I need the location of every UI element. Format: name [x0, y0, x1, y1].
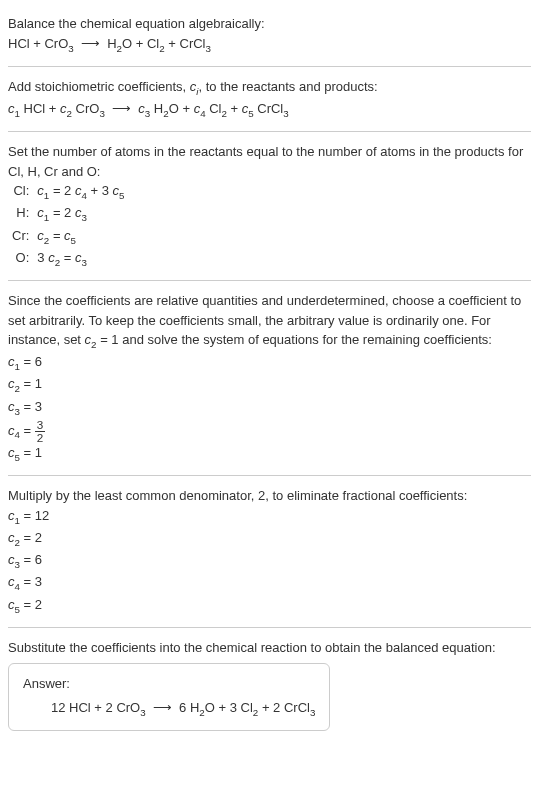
element-equation: c1 = 2 c4 + 3 c5 [33, 181, 128, 203]
section-atoms: Set the number of atoms in the reactants… [8, 136, 531, 276]
element-label: Cr: [8, 226, 33, 248]
table-row: Cr: c2 = c5 [8, 226, 129, 248]
divider [8, 280, 531, 281]
atom-equations-table: Cl: c1 = 2 c4 + 3 c5 H: c1 = 2 c3 Cr: c2… [8, 181, 129, 270]
coeff-line: c3 = 6 [8, 550, 531, 572]
element-label: O: [8, 248, 33, 270]
section-solve1: Since the coefficients are relative quan… [8, 285, 531, 471]
divider [8, 66, 531, 67]
divider [8, 131, 531, 132]
coefficients-final: c1 = 12 c2 = 2 c3 = 6 c4 = 3 c5 = 2 [8, 506, 531, 617]
substitute-text: Substitute the coefficients into the che… [8, 638, 531, 658]
answer-label: Answer: [23, 674, 315, 694]
divider [8, 475, 531, 476]
coeff-line: c3 = 3 [8, 397, 531, 419]
ci-var: ci [190, 79, 199, 94]
element-label: H: [8, 203, 33, 225]
coeff-line: c5 = 1 [8, 443, 531, 465]
divider [8, 627, 531, 628]
balanced-equation: 12 HCl + 2 CrO3 ⟶ 6 H2O + 3 Cl2 + 2 CrCl… [23, 698, 315, 720]
element-equation: c1 = 2 c3 [33, 203, 128, 225]
coeff-line: c1 = 12 [8, 506, 531, 528]
stoich-equation: c1 HCl + c2 CrO3 ⟶ c3 H2O + c4 Cl2 + c5 … [8, 99, 531, 121]
element-equation: 3 c2 = c3 [33, 248, 128, 270]
element-equation: c2 = c5 [33, 226, 128, 248]
section-stoich: Add stoichiometric coefficients, ci, to … [8, 71, 531, 127]
section-substitute: Substitute the coefficients into the che… [8, 632, 531, 737]
problem-text: Balance the chemical equation algebraica… [8, 14, 531, 34]
section-problem: Balance the chemical equation algebraica… [8, 8, 531, 62]
element-label: Cl: [8, 181, 33, 203]
coeff-line: c1 = 6 [8, 352, 531, 374]
coeff-line: c4 = 32 [8, 419, 531, 443]
table-row: Cl: c1 = 2 c4 + 3 c5 [8, 181, 129, 203]
coeff-line: c5 = 2 [8, 595, 531, 617]
coeff-line: c2 = 1 [8, 374, 531, 396]
lcm-text: Multiply by the least common denominator… [8, 486, 531, 506]
solve1-text: Since the coefficients are relative quan… [8, 291, 531, 352]
section-lcm: Multiply by the least common denominator… [8, 480, 531, 622]
answer-box: Answer: 12 HCl + 2 CrO3 ⟶ 6 H2O + 3 Cl2 … [8, 663, 330, 731]
table-row: O: 3 c2 = c3 [8, 248, 129, 270]
coeff-line: c2 = 2 [8, 528, 531, 550]
table-row: H: c1 = 2 c3 [8, 203, 129, 225]
coeff-line: c4 = 3 [8, 572, 531, 594]
coefficients-initial: c1 = 6 c2 = 1 c3 = 3 c4 = 32 c5 = 1 [8, 352, 531, 465]
stoich-text: Add stoichiometric coefficients, ci, to … [8, 77, 531, 99]
atoms-text: Set the number of atoms in the reactants… [8, 142, 531, 181]
unbalanced-equation: HCl + CrO3 ⟶ H2O + Cl2 + CrCl3 [8, 34, 531, 56]
